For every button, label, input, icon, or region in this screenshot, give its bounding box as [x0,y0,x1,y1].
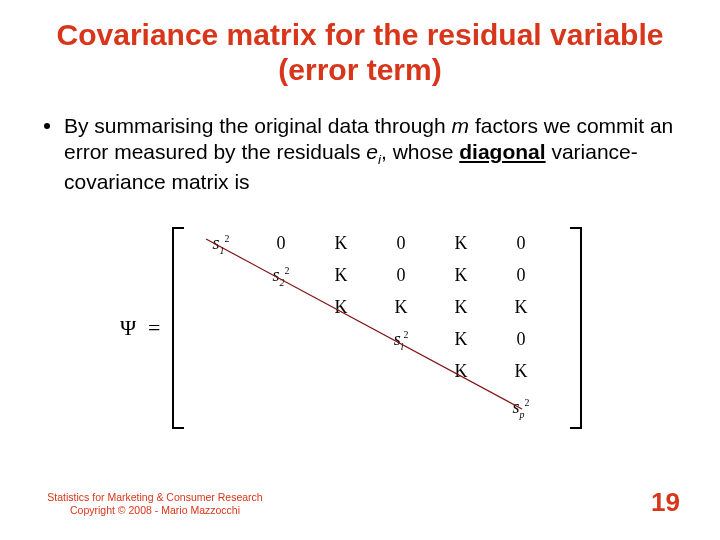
bullet-dot [44,123,50,129]
bullet-text: By summarising the original data through… [64,113,680,195]
slide-title: Covariance matrix for the residual varia… [40,18,680,87]
symbol-psi: Ψ [120,315,136,341]
svg-line-0 [206,239,522,409]
page-number: 19 [651,487,680,518]
txt-diagonal: diagonal [459,140,545,163]
body-text: By summarising the original data through… [40,113,680,195]
bullet-item: By summarising the original data through… [40,113,680,195]
footer: Statistics for Marketing & Consumer Rese… [40,487,680,518]
txt-mid2: , whose [381,140,459,163]
bracket-left [172,227,184,429]
var-m: m [452,114,470,137]
footer-line1: Statistics for Marketing & Consumer Rese… [40,491,270,505]
txt-pre: By summarising the original data through [64,114,452,137]
footer-source: Statistics for Marketing & Consumer Rese… [40,491,270,518]
symbol-equals: = [148,315,160,341]
diagonal-line [194,235,554,427]
var-e: e [366,140,378,163]
footer-line2: Copyright © 2008 - Mario Mazzocchi [40,504,270,518]
bracket-right [570,227,582,429]
matrix-equation: Ψ = s12 0 K 0 K 0 s22 K 0 K 0 K K K K si… [120,223,600,443]
